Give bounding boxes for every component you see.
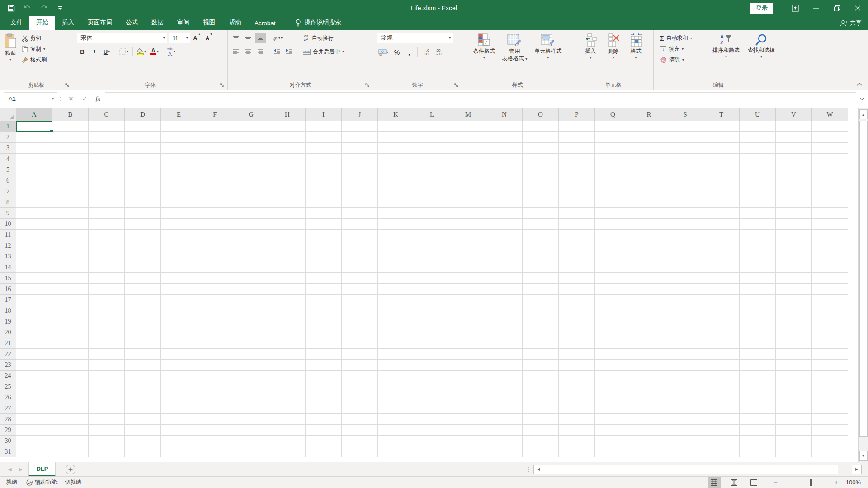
- page-break-view-button[interactable]: [747, 477, 761, 488]
- cell-W6[interactable]: [812, 175, 848, 186]
- cell-K16[interactable]: [378, 284, 414, 295]
- cell-N29[interactable]: [486, 425, 523, 436]
- cell-H24[interactable]: [269, 371, 306, 381]
- cell-F15[interactable]: [197, 273, 233, 284]
- cell-G13[interactable]: [233, 251, 269, 262]
- expand-formula-bar-button[interactable]: [856, 92, 868, 105]
- cell-L6[interactable]: [414, 175, 450, 186]
- tab-home[interactable]: 开始: [29, 16, 55, 30]
- cell-T22[interactable]: [703, 349, 740, 360]
- cell-U5[interactable]: [740, 164, 776, 175]
- cell-Q30[interactable]: [595, 436, 631, 446]
- font-dialog-launcher[interactable]: [219, 82, 225, 89]
- cell-K3[interactable]: [378, 143, 414, 154]
- cell-F20[interactable]: [197, 327, 233, 338]
- cell-A29[interactable]: [16, 425, 52, 436]
- customize-qat-button[interactable]: [55, 3, 65, 13]
- cell-C29[interactable]: [89, 425, 125, 436]
- cell-A5[interactable]: [16, 164, 52, 175]
- cell-V24[interactable]: [776, 371, 812, 381]
- scroll-left-button[interactable]: ◀: [533, 465, 543, 474]
- cell-H29[interactable]: [269, 425, 306, 436]
- cell-M22[interactable]: [450, 349, 486, 360]
- cell-S26[interactable]: [667, 392, 703, 403]
- cell-K24[interactable]: [378, 371, 414, 381]
- cell-L16[interactable]: [414, 284, 450, 295]
- cell-U8[interactable]: [740, 197, 776, 208]
- cell-K22[interactable]: [378, 349, 414, 360]
- cell-P12[interactable]: [559, 240, 595, 251]
- cell-B31[interactable]: [52, 446, 89, 457]
- horizontal-scrollbar[interactable]: ◀ ▶: [528, 462, 868, 476]
- cell-J14[interactable]: [342, 262, 378, 273]
- cell-K13[interactable]: [378, 251, 414, 262]
- cell-K17[interactable]: [378, 295, 414, 305]
- cell-D24[interactable]: [125, 371, 161, 381]
- cell-E15[interactable]: [161, 273, 197, 284]
- cell-A15[interactable]: [16, 273, 52, 284]
- cell-W1[interactable]: [812, 121, 848, 132]
- cell-W31[interactable]: [812, 446, 848, 457]
- cell-J26[interactable]: [342, 392, 378, 403]
- cell-Q26[interactable]: [595, 392, 631, 403]
- cell-S16[interactable]: [667, 284, 703, 295]
- cell-T31[interactable]: [703, 446, 740, 457]
- cell-N12[interactable]: [486, 240, 523, 251]
- cell-A9[interactable]: [16, 208, 52, 219]
- cell-J16[interactable]: [342, 284, 378, 295]
- cell-B3[interactable]: [52, 143, 89, 154]
- cell-D2[interactable]: [125, 132, 161, 143]
- cell-G7[interactable]: [233, 186, 269, 197]
- cell-E17[interactable]: [161, 295, 197, 305]
- cell-P8[interactable]: [559, 197, 595, 208]
- cell-R11[interactable]: [631, 230, 667, 240]
- cell-U25[interactable]: [740, 381, 776, 392]
- cell-K1[interactable]: [378, 121, 414, 132]
- cell-T6[interactable]: [703, 175, 740, 186]
- cell-V29[interactable]: [776, 425, 812, 436]
- cell-F7[interactable]: [197, 186, 233, 197]
- cell-L24[interactable]: [414, 371, 450, 381]
- cell-L30[interactable]: [414, 436, 450, 446]
- cell-N5[interactable]: [486, 164, 523, 175]
- cell-P22[interactable]: [559, 349, 595, 360]
- paste-button[interactable]: 粘贴 ▾: [1, 32, 20, 80]
- cell-A31[interactable]: [16, 446, 52, 457]
- cell-L21[interactable]: [414, 338, 450, 349]
- cell-B15[interactable]: [52, 273, 89, 284]
- cell-W2[interactable]: [812, 132, 848, 143]
- cell-G8[interactable]: [233, 197, 269, 208]
- restore-button[interactable]: [826, 0, 847, 16]
- cell-P20[interactable]: [559, 327, 595, 338]
- column-header-H[interactable]: H: [269, 108, 306, 121]
- cell-H18[interactable]: [269, 305, 306, 316]
- cell-D11[interactable]: [125, 230, 161, 240]
- font-name-combo[interactable]: 宋体▾: [77, 33, 167, 43]
- fill-button[interactable]: ↓ 填充 ▾: [658, 44, 707, 54]
- cell-D1[interactable]: [125, 121, 161, 132]
- cell-B18[interactable]: [52, 305, 89, 316]
- cell-U27[interactable]: [740, 403, 776, 414]
- clipboard-dialog-launcher[interactable]: [64, 82, 71, 89]
- cell-T10[interactable]: [703, 219, 740, 230]
- cell-J3[interactable]: [342, 143, 378, 154]
- cell-N23[interactable]: [486, 360, 523, 371]
- cell-N1[interactable]: [486, 121, 523, 132]
- cell-A3[interactable]: [16, 143, 52, 154]
- cell-J9[interactable]: [342, 208, 378, 219]
- cell-E31[interactable]: [161, 446, 197, 457]
- cell-L31[interactable]: [414, 446, 450, 457]
- cell-C20[interactable]: [89, 327, 125, 338]
- cell-R5[interactable]: [631, 164, 667, 175]
- cell-K14[interactable]: [378, 262, 414, 273]
- cell-E6[interactable]: [161, 175, 197, 186]
- cell-E2[interactable]: [161, 132, 197, 143]
- cell-Q14[interactable]: [595, 262, 631, 273]
- cell-E8[interactable]: [161, 197, 197, 208]
- cell-P9[interactable]: [559, 208, 595, 219]
- cell-F6[interactable]: [197, 175, 233, 186]
- cell-Q24[interactable]: [595, 371, 631, 381]
- cell-I5[interactable]: [306, 164, 342, 175]
- cell-T28[interactable]: [703, 414, 740, 425]
- cell-R30[interactable]: [631, 436, 667, 446]
